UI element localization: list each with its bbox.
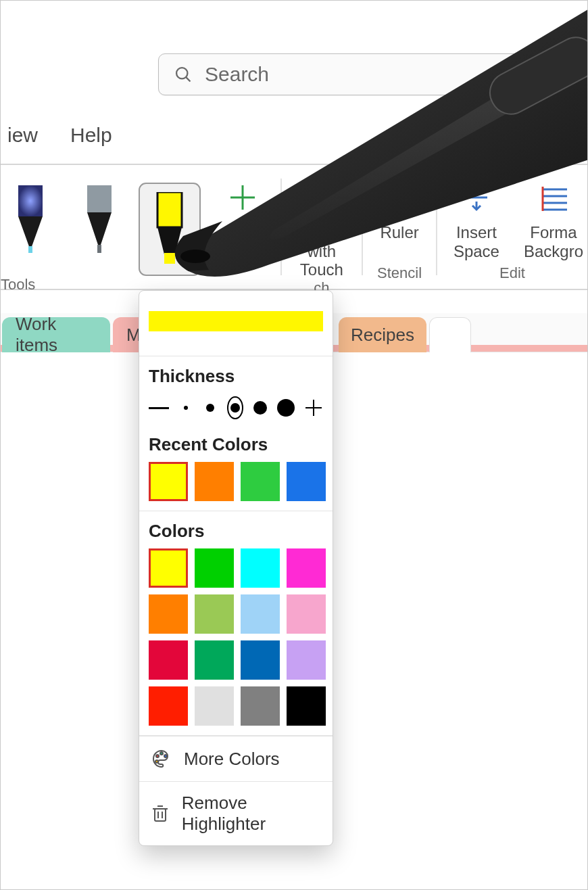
color-swatch-4[interactable] [149,594,188,634]
recent-colors-heading: Recent Colors [149,434,323,455]
more-colors-button[interactable]: More Colors [139,736,333,781]
svg-point-31 [164,755,167,757]
svg-marker-10 [157,227,182,254]
color-swatch-0[interactable] [149,548,188,588]
highlighter-tool-selected[interactable]: ⌄ [139,183,201,276]
svg-rect-5 [28,246,32,253]
colors-grid [149,548,323,726]
menu-help[interactable]: Help [66,121,116,149]
search-placeholder: Search [205,63,269,86]
trash-icon [150,802,171,825]
thickness-2[interactable] [178,396,193,419]
recent-swatch-2[interactable] [241,462,280,501]
group-caption-tools: Tools [1,276,35,298]
tab-work-items[interactable]: Work items [2,317,110,352]
color-swatch-11[interactable] [287,640,326,680]
svg-rect-9 [157,192,182,227]
colors-heading: Colors [149,521,323,542]
pencil-tool[interactable] [70,179,129,260]
thickness-5[interactable] [253,396,268,419]
format-background-button[interactable]: Forma Backgro [512,172,583,260]
add-pen-label: Add Pen [221,223,250,260]
remove-highlighter-label: Remove Highlighter [182,793,322,835]
remove-highlighter-button[interactable]: Remove Highlighter [139,781,333,845]
color-swatch-15[interactable] [287,686,326,726]
color-swatch-8[interactable] [149,640,188,680]
group-caption-edit: Edit [499,264,525,286]
svg-line-16 [397,194,398,197]
ruler-label: Ruler [380,223,418,242]
thickness-1[interactable] [149,396,169,419]
recent-swatch-0[interactable] [149,462,188,501]
svg-marker-4 [18,216,43,250]
menubar: iew Help [1,117,587,154]
add-pen-button[interactable]: Add Pen ⌄ [209,172,276,260]
highlighter-dropdown: Thickness Recent Colors Colors More Co [139,290,333,846]
svg-line-15 [391,197,393,200]
color-swatch-5[interactable] [195,594,234,634]
color-swatch-13[interactable] [195,686,234,726]
thickness-4-selected[interactable] [227,396,243,419]
format-bg-label: Forma Backgro [524,223,583,260]
search-icon [174,65,193,84]
color-swatch-6[interactable] [241,594,280,634]
color-swatch-7[interactable] [287,594,326,634]
thickness-heading: Thickness [149,366,323,387]
svg-rect-3 [18,185,43,216]
ruler-icon [379,177,420,218]
thickness-more[interactable] [304,396,323,419]
color-swatch-10[interactable] [241,640,280,680]
thickness-3[interactable] [203,396,218,419]
svg-rect-33 [155,809,166,821]
svg-marker-7 [87,212,112,249]
tab-add[interactable] [429,317,471,352]
draw-touch-label: Draw with Touch [298,223,346,279]
insert-space-label: Insert Space [454,223,499,260]
color-swatch-12[interactable] [149,686,188,726]
more-colors-label: More Colors [184,749,280,770]
draw-with-touch-button[interactable]: Draw with Touch [286,172,358,279]
group-caption-stencil: Stencil [377,264,422,286]
chevron-down-icon: ⌄ [254,235,264,249]
plus-icon [222,177,263,218]
search-box[interactable]: Search [158,53,588,95]
lines-icon [533,177,574,218]
palette-icon [150,747,173,770]
chevron-down-icon[interactable]: ⌄ [184,252,195,268]
svg-point-29 [156,755,159,757]
svg-rect-8 [97,245,101,253]
recent-swatch-3[interactable] [287,462,326,501]
svg-point-30 [160,752,163,755]
recent-colors-grid [149,462,323,501]
svg-point-0 [176,68,187,78]
svg-point-32 [155,760,158,763]
touch-icon [301,177,342,218]
ribbon: ⌄ Tools Add Pen ⌄ [1,164,587,290]
highlighter-preview [149,311,323,331]
insert-space-button[interactable]: Insert Space [441,172,512,260]
svg-line-1 [186,77,190,81]
menu-view[interactable]: iew [3,121,42,149]
tab-recipes[interactable]: Recipes [339,317,426,352]
svg-rect-14 [386,185,416,207]
recent-swatch-1[interactable] [195,462,234,501]
svg-rect-11 [164,253,175,264]
pen-galaxy[interactable] [1,179,60,260]
color-swatch-3[interactable] [287,548,326,588]
insert-space-icon [456,177,497,218]
thickness-6[interactable] [277,396,295,419]
ruler-button[interactable]: Ruler [367,172,432,242]
color-swatch-14[interactable] [241,686,280,726]
color-swatch-1[interactable] [195,548,234,588]
svg-line-17 [402,191,403,195]
color-swatch-9[interactable] [195,640,234,680]
svg-line-18 [408,189,409,192]
color-swatch-2[interactable] [241,548,280,588]
thickness-options [149,394,323,419]
